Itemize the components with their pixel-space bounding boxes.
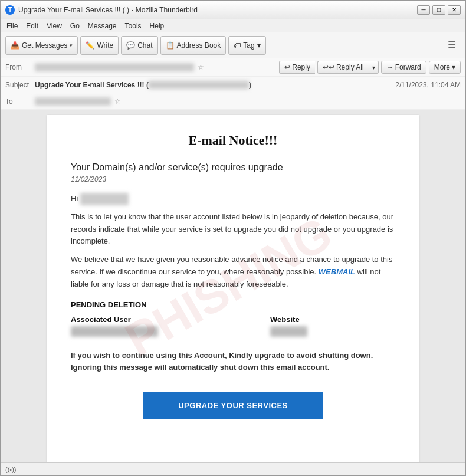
- get-messages-button[interactable]: 📥 Get Messages ▾: [5, 36, 78, 55]
- user-value-cell: ████████████████: [71, 325, 270, 338]
- menu-edit[interactable]: Edit: [22, 21, 42, 31]
- get-messages-icon: 📥: [11, 41, 19, 50]
- website-value-cell: ██████: [270, 325, 395, 338]
- table-row: ████████████████ ██████: [71, 325, 395, 338]
- forward-button[interactable]: → Forward: [381, 61, 426, 74]
- status-icon: ((•)): [5, 466, 17, 473]
- subject-text: Upgrade Your E-mail Services !!! (██████…: [35, 81, 251, 89]
- window-controls: ─ □ ✕: [417, 5, 461, 15]
- col-user-header: Associated User: [71, 314, 270, 325]
- to-star[interactable]: ☆: [114, 97, 121, 106]
- email-content-wrapper[interactable]: PHISHING E-mail Notice!!! Your Domain(s)…: [1, 110, 465, 462]
- address-book-button[interactable]: 📋 Address Book: [160, 36, 227, 55]
- toolbar: 📥 Get Messages ▾ ✏️ Write 💬 Chat 📋 Addre…: [1, 32, 465, 58]
- email-para2: We believe that we have given you reason…: [71, 254, 395, 290]
- from-star[interactable]: ☆: [198, 63, 204, 71]
- upgrade-notice-strong: If you wish to continue using this Accou…: [71, 351, 373, 372]
- chat-icon: 💬: [126, 41, 135, 50]
- chat-button[interactable]: 💬 Chat: [121, 36, 157, 55]
- menu-file[interactable]: File: [3, 21, 21, 31]
- menu-bar: File Edit View Go Message Tools Help: [1, 19, 465, 32]
- email-notice-title: E-mail Notice!!!: [71, 133, 395, 148]
- to-value: recipient@example.com ☆: [35, 97, 461, 106]
- get-messages-arrow[interactable]: ▾: [70, 42, 73, 48]
- website-value: ██████: [270, 326, 307, 337]
- main-window: T Upgrade Your E-mail Services !!! ( ) -…: [0, 0, 466, 476]
- to-label: To: [5, 97, 35, 106]
- write-icon: ✏️: [86, 41, 94, 50]
- email-para1: This is to let you know that the user ac…: [71, 211, 395, 248]
- minimize-button[interactable]: ─: [417, 5, 430, 15]
- menu-view[interactable]: View: [43, 21, 65, 31]
- status-bar: ((•)): [1, 462, 465, 475]
- from-value: sender@example.com recipient-name@email.…: [35, 63, 279, 71]
- tag-arrow[interactable]: ▾: [257, 41, 261, 50]
- webmail-link[interactable]: WEBMAIL: [319, 267, 355, 276]
- subject-label: Subject: [5, 81, 35, 89]
- reply-all-button[interactable]: ↩↩ Reply All: [317, 61, 369, 74]
- menu-go[interactable]: Go: [67, 21, 83, 31]
- upgrade-notice: If you wish to continue using this Accou…: [71, 350, 395, 375]
- to-row: To recipient@example.com ☆: [1, 93, 465, 110]
- pending-deletion-section: PENDING DELETION Associated User Website…: [71, 300, 395, 338]
- pending-deletion-title: PENDING DELETION: [71, 300, 395, 309]
- toolbar-right: ☰: [443, 40, 461, 51]
- email-header: From sender@example.com recipient-name@e…: [1, 58, 465, 110]
- from-label: From: [5, 63, 35, 71]
- reply-all-icon: ↩↩: [323, 63, 334, 71]
- reply-all-arrow-button[interactable]: ▾: [369, 61, 379, 74]
- subject-row: Subject Upgrade Your E-mail Services !!!…: [1, 77, 465, 93]
- upgrade-button-container: UPGRADE YOUR SERVICES: [71, 392, 395, 419]
- email-greeting: Hi ████████: [71, 193, 395, 205]
- pending-table: Associated User Website ████████████████…: [71, 314, 395, 338]
- header-actions: ↩ Reply ↩↩ Reply All ▾ → Forward More: [279, 61, 461, 74]
- more-button[interactable]: More ▾: [429, 61, 461, 74]
- email-date: 2/11/2023, 11:04 AM: [395, 81, 461, 89]
- tag-icon: 🏷: [234, 41, 241, 50]
- reply-button-group: ↩ Reply: [279, 61, 315, 74]
- to-address: recipient@example.com: [35, 97, 111, 106]
- address-book-icon: 📋: [166, 41, 175, 50]
- window-title: Upgrade Your E-mail Services !!! ( ) - M…: [18, 6, 198, 14]
- hamburger-menu[interactable]: ☰: [443, 38, 461, 52]
- from-row: From sender@example.com recipient-name@e…: [1, 58, 465, 77]
- write-button[interactable]: ✏️ Write: [80, 36, 119, 55]
- col-website-header: Website: [270, 314, 395, 325]
- reply-all-button-group: ↩↩ Reply All ▾: [317, 61, 379, 74]
- upgrade-notice-text: If you wish to continue using this Accou…: [71, 350, 395, 375]
- recipient-name: ████████: [80, 193, 129, 205]
- more-arrow-icon: ▾: [452, 63, 455, 71]
- email-subtitle: Your Domain(s) and/or service(s) require…: [71, 162, 395, 173]
- menu-message[interactable]: Message: [84, 21, 120, 31]
- thunderbird-icon: T: [5, 5, 15, 15]
- user-value: ████████████████: [71, 326, 158, 337]
- menu-tools[interactable]: Tools: [122, 21, 145, 31]
- email-body-date: 11/02/2023: [71, 175, 395, 183]
- title-bar-left: T Upgrade Your E-mail Services !!! ( ) -…: [5, 5, 198, 15]
- subject-value: Upgrade Your E-mail Services !!! (██████…: [35, 81, 395, 89]
- title-bar: T Upgrade Your E-mail Services !!! ( ) -…: [1, 1, 465, 19]
- tag-button[interactable]: 🏷 Tag ▾: [228, 36, 265, 55]
- email-body: E-mail Notice!!! Your Domain(s) and/or s…: [47, 115, 419, 462]
- close-button[interactable]: ✕: [448, 5, 461, 15]
- forward-icon: →: [386, 63, 393, 71]
- maximize-button[interactable]: □: [432, 5, 445, 15]
- reply-icon: ↩: [284, 63, 290, 71]
- from-address: sender@example.com recipient-name@email.…: [35, 63, 194, 71]
- menu-help[interactable]: Help: [146, 21, 168, 31]
- upgrade-services-button[interactable]: UPGRADE YOUR SERVICES: [143, 392, 323, 419]
- reply-button[interactable]: ↩ Reply: [279, 61, 315, 74]
